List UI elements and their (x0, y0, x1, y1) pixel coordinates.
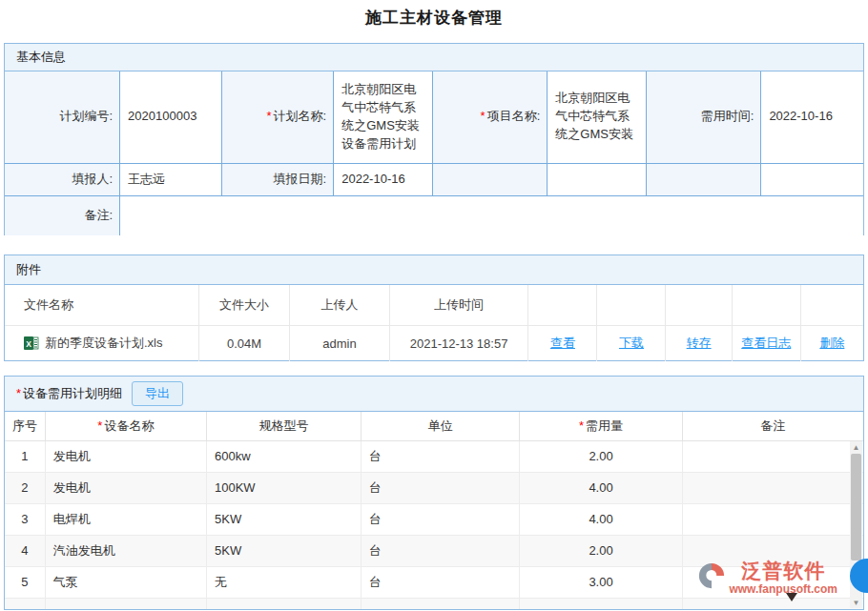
project-name-label: *项目名称: (432, 71, 548, 163)
detail-header: *设备需用计划明细 导出 (5, 377, 863, 412)
col-upload-time: 上传时间 (389, 285, 528, 325)
scrollbar-thumb[interactable] (851, 454, 861, 560)
col-model: 规格型号 (206, 412, 361, 440)
attachments-header: 附件 (5, 255, 863, 285)
file-uploader: admin (290, 325, 389, 361)
empty-value-cell (548, 163, 647, 195)
plan-no-value: 2020100003 (120, 71, 222, 163)
file-name: 新的季度设备计划.xls (45, 335, 163, 352)
fill-date-value: 2022-10-16 (334, 163, 433, 195)
filler-label: 填报人: (5, 163, 120, 195)
col-qty: *需用量 (520, 412, 682, 440)
project-name-value: 北京朝阳区电气中芯特气系统之GMS安装 (548, 71, 647, 163)
attachments-table: 文件名称 文件大小 上传人 上传时间 (5, 285, 863, 361)
scroll-up-icon[interactable]: ▲ (850, 441, 862, 453)
plan-no-label: 计划编号: (5, 71, 120, 163)
page: 施工主材设备管理 基本信息 计划编号: 2020100003 *计划名称: 北京… (0, 0, 868, 611)
need-time-value: 2022-10-16 (761, 71, 863, 163)
basic-info-header: 基本信息 (5, 44, 863, 71)
col-seq: 序号 (5, 412, 45, 440)
col-action (800, 285, 863, 325)
col-action (597, 285, 666, 325)
table-row: 2 发电机 100KW 台 4.00 (5, 472, 863, 503)
attachments-title: 附件 (16, 261, 41, 278)
basic-info-title: 基本信息 (16, 49, 66, 66)
file-size: 0.04M (198, 325, 289, 361)
fill-date-label: 填报日期: (222, 163, 334, 195)
table-row: 3 电焊机 5KW 台 4.00 (5, 503, 863, 535)
excel-file-icon: X (24, 336, 39, 351)
col-action (666, 285, 732, 325)
cursor-arrow-icon (786, 593, 797, 601)
page-title: 施工主材设备管理 (0, 0, 868, 29)
required-asterisk: * (579, 418, 584, 433)
table-row: 6 (5, 598, 863, 610)
col-device-name: *设备名称 (45, 412, 206, 440)
plan-name-label: *计划名称: (222, 71, 334, 163)
col-file-size: 文件大小 (198, 285, 289, 325)
remark-value (120, 195, 863, 235)
empty-label-cell (646, 163, 761, 195)
file-upload-time: 2021-12-13 18:57 (389, 325, 528, 361)
col-action (528, 285, 597, 325)
col-unit: 单位 (361, 412, 520, 440)
export-button[interactable]: 导出 (132, 381, 183, 406)
attachment-row: X 新的季度设备计划.xls 0.04M admin 2021-12-13 18… (5, 325, 863, 361)
remark-label: 备注: (5, 195, 120, 235)
required-asterisk: * (267, 109, 272, 123)
table-row: 4 汽油发电机 5KW 台 2.00 (5, 535, 863, 566)
svg-text:X: X (26, 339, 31, 349)
col-file-name: 文件名称 (5, 285, 198, 325)
required-asterisk: * (16, 386, 21, 400)
attachments-section: 附件 文件名称 文件大小 上传人 上传时间 (4, 255, 864, 361)
view-link[interactable]: 查看 (550, 336, 575, 350)
need-time-label: 需用时间: (646, 71, 761, 163)
download-link[interactable]: 下载 (619, 336, 644, 350)
detail-section: *设备需用计划明细 导出 序号 *设备名称 规格型号 单位 *需用量 备注 1 … (4, 376, 864, 610)
empty-label-cell (432, 163, 548, 195)
file-name-cell: X 新的季度设备计划.xls (5, 325, 198, 361)
basic-info-table: 计划编号: 2020100003 *计划名称: 北京朝阳区电气中芯特气系统之GM… (5, 71, 863, 235)
table-row: 1 发电机 600kw 台 2.00 (5, 440, 863, 472)
delete-link[interactable]: 删除 (819, 336, 844, 350)
col-action (732, 285, 800, 325)
col-remark: 备注 (682, 412, 863, 440)
col-uploader: 上传人 (290, 285, 389, 325)
empty-value-cell (761, 163, 863, 195)
required-asterisk: * (481, 109, 486, 123)
transfer-link[interactable]: 转存 (687, 336, 712, 350)
plan-name-value: 北京朝阳区电气中芯特气系统之GMS安装设备需用计划 (334, 71, 433, 163)
basic-info-section: 基本信息 计划编号: 2020100003 *计划名称: 北京朝阳区电气中芯特气… (4, 43, 864, 235)
view-log-link[interactable]: 查看日志 (741, 336, 791, 350)
detail-title: *设备需用计划明细 (16, 385, 122, 402)
required-asterisk: * (97, 418, 102, 433)
filler-value: 王志远 (120, 163, 222, 195)
detail-table: 序号 *设备名称 规格型号 单位 *需用量 备注 1 发电机 600kw 台 2… (5, 412, 863, 610)
scroll-down-icon[interactable]: ▼ (850, 597, 862, 608)
table-row: 5 气泵 无 台 3.00 (5, 566, 863, 598)
